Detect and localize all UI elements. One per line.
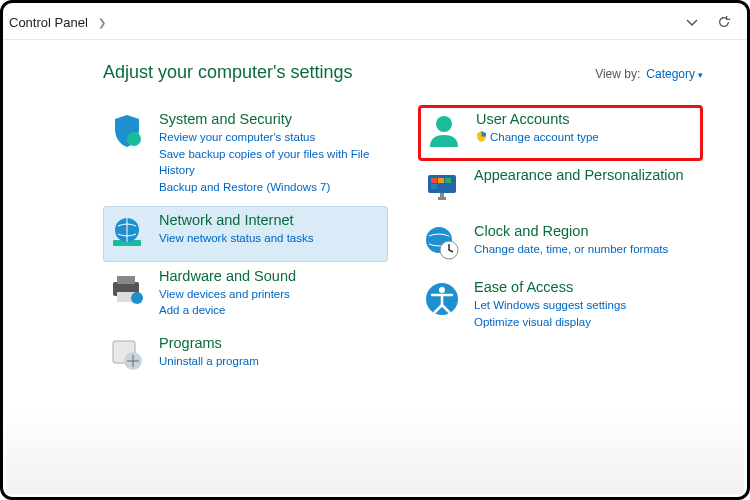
programs-icon (107, 335, 147, 375)
category-link[interactable]: Change date, time, or number formats (474, 241, 668, 258)
svg-rect-13 (445, 178, 451, 183)
user-icon (424, 111, 464, 151)
caret-down-icon: ▾ (698, 70, 703, 80)
category-clock-region: Clock and Region Change date, time, or n… (418, 217, 703, 273)
category-title[interactable]: Clock and Region (474, 223, 668, 239)
category-link[interactable]: Let Windows suggest settings (474, 297, 626, 314)
category-title[interactable]: Hardware and Sound (159, 268, 296, 284)
page-title: Adjust your computer's settings (103, 62, 595, 83)
category-user-accounts: User Accounts Change account type (418, 105, 703, 161)
content-area: Adjust your computer's settings View by:… (3, 40, 747, 395)
category-title[interactable]: Network and Internet (159, 212, 313, 228)
category-title[interactable]: Ease of Access (474, 279, 626, 295)
category-link[interactable]: View devices and printers (159, 286, 296, 303)
svg-point-0 (127, 132, 141, 146)
category-link[interactable]: Add a device (159, 302, 296, 319)
history-dropdown-button[interactable] (679, 11, 705, 33)
left-column: System and Security Review your computer… (103, 105, 388, 385)
category-link[interactable]: Optimize visual display (474, 314, 626, 331)
refresh-icon (717, 15, 731, 29)
svg-rect-12 (438, 178, 444, 183)
svg-point-20 (439, 287, 445, 293)
category-title[interactable]: Appearance and Personalization (474, 167, 684, 183)
monitor-icon (422, 167, 462, 207)
category-link[interactable]: Save backup copies of your files with Fi… (159, 146, 384, 179)
category-link[interactable]: Review your computer's status (159, 129, 384, 146)
refresh-button[interactable] (711, 11, 737, 33)
shield-icon (107, 111, 147, 151)
address-bar: Control Panel ❯ (3, 3, 747, 40)
globe-icon (107, 212, 147, 252)
category-programs: Programs Uninstall a program (103, 329, 388, 385)
category-title[interactable]: Programs (159, 335, 259, 351)
svg-point-6 (131, 292, 143, 304)
category-network-internet: Network and Internet View network status… (103, 206, 388, 262)
category-link[interactable]: Backup and Restore (Windows 7) (159, 179, 384, 196)
viewby-label: View by: (595, 67, 640, 81)
accessibility-icon (422, 279, 462, 319)
category-link[interactable]: Change account type (476, 129, 599, 146)
svg-rect-4 (117, 276, 135, 284)
svg-point-9 (436, 116, 452, 132)
viewby-selector[interactable]: Category▾ (646, 67, 703, 81)
uac-shield-icon (476, 130, 487, 141)
category-link-text: Change account type (490, 131, 599, 143)
bottom-fade (6, 404, 744, 494)
category-appearance: Appearance and Personalization (418, 161, 703, 217)
category-link[interactable]: Uninstall a program (159, 353, 259, 370)
breadcrumb-chevron-icon: ❯ (98, 17, 106, 28)
viewby-value: Category (646, 67, 695, 81)
category-ease-of-access: Ease of Access Let Windows suggest setti… (418, 273, 703, 340)
svg-rect-14 (431, 184, 437, 189)
printer-icon (107, 268, 147, 308)
svg-rect-16 (440, 193, 444, 198)
category-hardware-sound: Hardware and Sound View devices and prin… (103, 262, 388, 329)
svg-rect-11 (431, 178, 437, 183)
category-title[interactable]: User Accounts (476, 111, 599, 127)
category-title[interactable]: System and Security (159, 111, 384, 127)
right-column: User Accounts Change account type Appear… (418, 105, 703, 385)
category-link[interactable]: View network status and tasks (159, 230, 313, 247)
category-system-security: System and Security Review your computer… (103, 105, 388, 206)
chevron-down-icon (685, 15, 699, 29)
clock-globe-icon (422, 223, 462, 263)
breadcrumb-root[interactable]: Control Panel (9, 15, 88, 30)
